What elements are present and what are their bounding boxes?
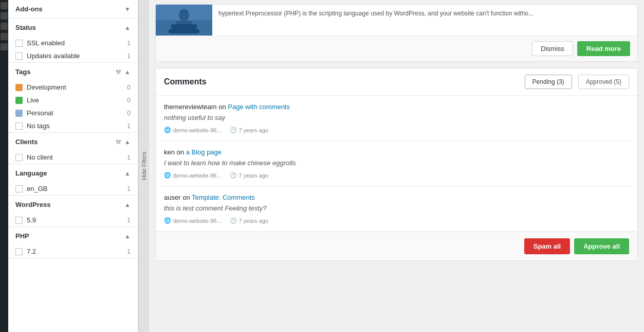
development-color-dot <box>15 84 23 91</box>
nav-icon-1[interactable] <box>1 2 8 9</box>
comment-meta-3: 🌐 demo-website-96... 🕐 7 years ago <box>164 217 629 224</box>
php-label: PHP <box>15 232 29 240</box>
tags-wrench-icon[interactable]: ⚒ <box>116 68 121 76</box>
php-section: PHP ▲ 7.2 1 <box>8 227 138 258</box>
en-gb-checkbox[interactable] <box>15 185 23 193</box>
status-label: Status <box>15 24 36 31</box>
php-header[interactable]: PHP ▲ <box>8 227 138 245</box>
personal-color-dot <box>15 110 23 117</box>
tags-chevron-icon: ▲ <box>124 68 131 76</box>
comment-meta-2: 🌐 demo-website-96... 🕐 7 years ago <box>164 172 629 179</box>
comments-title: Comments <box>164 77 519 86</box>
notification-top: hypertext Preprocessor (PHP) is the scri… <box>156 5 637 36</box>
comment-domain-text-1: demo-website-96... <box>173 127 222 133</box>
live-label: Live <box>27 96 123 104</box>
status-header-right: ▲ <box>124 24 131 31</box>
nav-icon-3[interactable] <box>1 23 8 30</box>
live-color-dot <box>15 97 23 104</box>
globe-icon-2: 🌐 <box>164 172 171 179</box>
comment-body-1: nothing useful to say <box>164 114 629 121</box>
comment-meta-1: 🌐 demo-website-96... 🕐 7 years ago <box>164 127 629 133</box>
nav-icon-5[interactable] <box>1 43 8 50</box>
comment-time-3: 🕐 7 years ago <box>230 217 268 224</box>
tags-header-right: ⚒ ▲ <box>116 68 131 76</box>
clock-icon-3: 🕐 <box>230 217 237 224</box>
approve-all-button[interactable]: Approve all <box>574 238 629 254</box>
status-chevron-icon: ▲ <box>124 24 131 31</box>
no-tags-label: No tags <box>27 122 123 130</box>
no-client-label: No client <box>27 153 123 161</box>
notification-thumbnail <box>156 5 212 36</box>
hide-filters-bar[interactable]: Hide Filters <box>138 0 149 332</box>
filter-item-updates: Updates available 1 <box>8 49 138 62</box>
tab-approved[interactable]: Approved (5) <box>578 75 629 89</box>
wp59-count: 1 <box>127 217 131 224</box>
wp59-label: 5.9 <box>27 216 123 224</box>
filter-item-no-tags: No tags 1 <box>8 119 138 132</box>
comment-domain-3: 🌐 demo-website-96... <box>164 217 222 224</box>
comment-page-link-1[interactable]: Page with comments <box>228 103 290 111</box>
notification-card: hypertext Preprocessor (PHP) is the scri… <box>155 4 638 62</box>
clients-wrench-icon[interactable]: ⚒ <box>116 138 121 146</box>
language-header[interactable]: Language ▲ <box>8 164 138 182</box>
status-section: Status ▲ SSL enabled 1 Updates available… <box>8 19 138 63</box>
live-count: 0 <box>127 97 131 104</box>
wordpress-section: WordPress ▲ 5.9 1 <box>8 196 138 227</box>
comment-author-line-1: themereviewteam on Page with comments <box>164 103 629 111</box>
wp59-checkbox[interactable] <box>15 217 23 224</box>
comment-item-2: ken on a Blog page I want to learn how t… <box>156 141 637 186</box>
notification-text: hypertext Preprocessor (PHP) is the scri… <box>212 5 540 36</box>
clients-chevron-icon: ▲ <box>124 138 131 146</box>
sidebar: Add-ons ▼ Status ▲ SSL enabled 1 Updates… <box>8 0 138 332</box>
wordpress-label: WordPress <box>15 201 50 208</box>
comment-page-link-2[interactable]: a Blog page <box>186 148 222 156</box>
comment-author-line-2: ken on a Blog page <box>164 148 629 156</box>
ssl-label: SSL enabled <box>27 39 123 47</box>
filter-item-wp59: 5.9 1 <box>8 214 138 226</box>
notification-thumb-inner <box>156 5 212 36</box>
ssl-checkbox[interactable] <box>15 40 23 47</box>
updates-count: 1 <box>127 53 131 60</box>
php72-checkbox[interactable] <box>15 248 23 255</box>
tab-pending[interactable]: Pending (3) <box>525 75 572 89</box>
updates-checkbox[interactable] <box>15 53 23 60</box>
notification-thumb-svg <box>156 5 212 36</box>
no-client-checkbox[interactable] <box>15 154 23 161</box>
filter-item-no-client: No client 1 <box>8 151 138 164</box>
clients-header[interactable]: Clients ⚒ ▲ <box>8 133 138 151</box>
comment-domain-text-3: demo-website-96... <box>173 218 222 224</box>
globe-icon-1: 🌐 <box>164 127 171 133</box>
clients-header-right: ⚒ ▲ <box>116 138 131 146</box>
no-client-count: 1 <box>127 154 131 161</box>
no-tags-checkbox[interactable] <box>15 123 23 130</box>
clients-section: Clients ⚒ ▲ No client 1 <box>8 133 138 164</box>
spam-all-button[interactable]: Spam all <box>524 238 570 254</box>
notification-body: hypertext Preprocessor (PHP) is the scri… <box>218 10 533 17</box>
comment-body-3: this is test comment Feeling testy? <box>164 204 629 212</box>
addons-label: Add-ons <box>15 5 43 13</box>
addons-section[interactable]: Add-ons ▼ <box>8 0 138 19</box>
personal-label: Personal <box>27 109 123 117</box>
wordpress-chevron-icon: ▲ <box>124 201 131 208</box>
php72-label: 7.2 <box>27 248 123 255</box>
read-more-button[interactable]: Read more <box>577 41 630 56</box>
wordpress-header[interactable]: WordPress ▲ <box>8 196 138 214</box>
php72-count: 1 <box>127 248 131 255</box>
comment-domain-1: 🌐 demo-website-96... <box>164 127 222 133</box>
nav-icon-2[interactable] <box>1 12 8 20</box>
personal-count: 0 <box>127 110 131 117</box>
ssl-count: 1 <box>127 40 131 47</box>
comments-card: Comments Pending (3) Approved (5) themer… <box>155 68 638 261</box>
clients-label: Clients <box>15 138 38 146</box>
clock-icon-2: 🕐 <box>230 172 237 179</box>
nav-icon-4[interactable] <box>1 33 8 40</box>
status-header[interactable]: Status ▲ <box>8 19 138 37</box>
tags-header[interactable]: Tags ⚒ ▲ <box>8 63 138 81</box>
comment-author-1: themereviewteam <box>164 103 217 111</box>
dismiss-button[interactable]: Dismiss <box>532 41 573 56</box>
updates-label: Updates available <box>27 52 123 60</box>
main-content: hypertext Preprocessor (PHP) is the scri… <box>149 0 644 332</box>
comment-time-text-3: 7 years ago <box>239 218 268 224</box>
comment-page-link-3[interactable]: Template: Comments <box>192 194 255 201</box>
language-section: Language ▲ en_GB 1 <box>8 164 138 196</box>
